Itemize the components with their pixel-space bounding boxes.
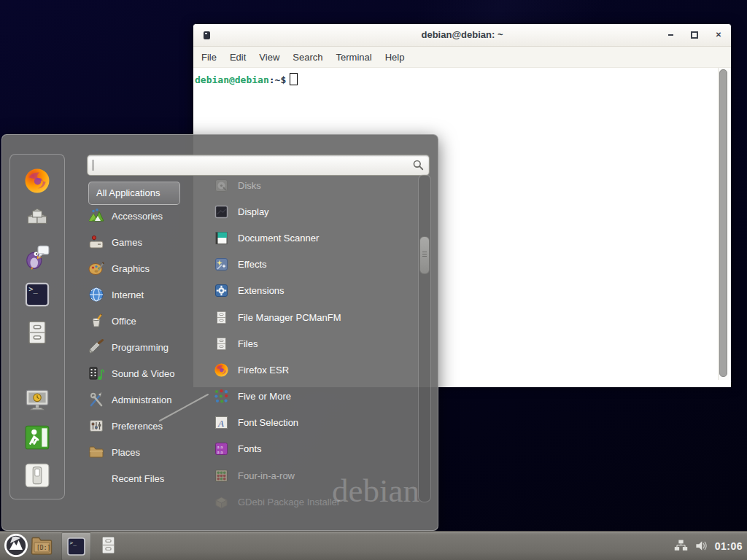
terminal-cursor xyxy=(290,73,298,85)
apps-scrollbar[interactable] xyxy=(418,174,431,502)
administration-icon xyxy=(88,392,104,408)
gdebi-icon xyxy=(214,494,229,510)
menu-item-terminal[interactable]: Terminal xyxy=(336,52,372,63)
category-internet[interactable]: Internet xyxy=(88,281,211,308)
taskbar: [D:] 01:06 xyxy=(0,531,747,560)
software-manager-icon[interactable] xyxy=(23,205,51,233)
app-row-font-selection[interactable]: A Font Selection xyxy=(214,410,418,436)
preferences-icon xyxy=(88,418,104,434)
shutdown-icon[interactable] xyxy=(23,462,51,489)
pidgin-icon[interactable] xyxy=(23,243,51,271)
minimize-icon[interactable] xyxy=(667,31,674,39)
app-row-files[interactable]: Files xyxy=(214,330,418,357)
menu-item-search[interactable]: Search xyxy=(293,52,322,63)
five-or-more-icon xyxy=(214,389,229,404)
app-row-four-in-a-row[interactable]: Four-in-a-row xyxy=(214,462,418,489)
application-list: Disks Display Document Scanner Effects E… xyxy=(214,172,418,515)
app-row-effects[interactable]: Effects xyxy=(214,252,418,278)
svg-text:A: A xyxy=(217,418,224,429)
clock[interactable]: 01:06 xyxy=(715,540,743,552)
font-selection-icon: A xyxy=(214,415,229,430)
office-icon xyxy=(88,313,104,329)
firefox-icon[interactable] xyxy=(23,167,51,195)
terminal-menubar: File Edit View Search Terminal Help xyxy=(193,47,731,68)
file-cabinet-icon xyxy=(98,534,119,556)
display-icon xyxy=(214,204,229,219)
window-controls: ✕ xyxy=(667,24,722,46)
category-administration[interactable]: Administration xyxy=(88,386,211,413)
category-office[interactable]: Office xyxy=(88,308,211,334)
menu-item-view[interactable]: View xyxy=(259,52,279,63)
menu-button[interactable] xyxy=(4,533,28,558)
category-graphics[interactable]: Graphics xyxy=(88,255,211,281)
svg-text:a a: a a xyxy=(217,449,224,455)
prompt-user: debian@debian xyxy=(195,74,269,85)
close-icon[interactable]: ✕ xyxy=(715,31,722,39)
terminal-task-icon xyxy=(66,536,87,557)
desktop: debian@debian: ~ ✕ File Edit View Search… xyxy=(0,0,747,560)
logout-icon[interactable] xyxy=(23,424,51,451)
extensions-icon xyxy=(214,283,229,298)
category-recent-files[interactable]: Recent Files xyxy=(88,465,211,491)
graphics-icon xyxy=(88,260,104,276)
menu-item-help[interactable]: Help xyxy=(385,52,405,63)
search-input[interactable] xyxy=(92,157,406,172)
terminal-titlebar[interactable]: debian@debian: ~ ✕ xyxy=(193,24,731,47)
folder-icon: [D:] xyxy=(31,534,53,557)
file-manager-launcher[interactable] xyxy=(98,534,119,557)
all-applications-button[interactable]: All Applications xyxy=(88,182,180,205)
file-manager-icon[interactable] xyxy=(23,319,51,346)
file-manager-pcmanfm-icon xyxy=(214,310,229,325)
files-icon xyxy=(214,336,229,351)
application-menu: debian xyxy=(1,134,438,531)
app-row-five-or-more[interactable]: Five or More xyxy=(214,384,418,410)
category-accessories[interactable]: Accessories xyxy=(88,203,211,229)
app-row-gdebi-package-installer[interactable]: GDebi Package Installer xyxy=(214,489,418,515)
network-icon[interactable] xyxy=(674,539,688,553)
category-programming[interactable]: Programming xyxy=(88,334,211,360)
app-row-firefox-esr[interactable]: Firefox ESR xyxy=(214,357,418,383)
volume-icon[interactable] xyxy=(694,539,708,553)
terminal-task-button[interactable] xyxy=(61,532,91,560)
category-places[interactable]: Places xyxy=(88,439,211,465)
maximize-icon[interactable] xyxy=(691,31,698,39)
sound-video-icon xyxy=(88,365,104,381)
effects-icon xyxy=(214,257,229,272)
accessories-icon xyxy=(88,208,104,224)
menu-favorites-sidebar xyxy=(9,154,65,499)
all-applications-label: All Applications xyxy=(89,182,179,204)
disks-icon xyxy=(214,178,229,193)
search-icon xyxy=(412,159,425,171)
category-games[interactable]: Games xyxy=(88,229,211,255)
internet-icon xyxy=(88,287,104,303)
programming-icon xyxy=(88,339,104,355)
category-preferences[interactable]: Preferences xyxy=(88,413,211,439)
prompt-path: :~$ xyxy=(269,74,286,85)
app-row-file-manager-pcmanfm[interactable]: File Manager PCManFM xyxy=(214,304,418,330)
category-sound-video[interactable]: Sound & Video xyxy=(88,360,211,386)
folder-launcher[interactable]: [D:] xyxy=(31,534,53,557)
category-list: Accessories Games Graphics Internet Offi… xyxy=(88,203,211,491)
terminal-launcher-icon[interactable] xyxy=(23,281,51,308)
games-icon xyxy=(88,234,104,250)
document-scanner-icon xyxy=(214,230,229,246)
app-row-fonts[interactable]: a aa a Fonts xyxy=(214,436,418,462)
lock-screen-icon[interactable] xyxy=(23,386,51,413)
four-in-a-row-icon xyxy=(214,468,229,483)
app-row-extensions[interactable]: Extensions xyxy=(214,278,418,304)
places-icon xyxy=(88,444,104,460)
menu-item-file[interactable]: File xyxy=(201,52,217,63)
menu-item-edit[interactable]: Edit xyxy=(230,52,246,63)
app-row-disks[interactable]: Disks xyxy=(214,172,418,198)
terminal-scrollbar[interactable] xyxy=(718,68,729,380)
app-row-display[interactable]: Display xyxy=(214,198,418,225)
terminal-scrollbar-thumb[interactable] xyxy=(719,69,727,377)
firefox-esr-icon xyxy=(214,362,229,378)
system-tray: 01:06 xyxy=(674,532,743,560)
terminal-title: debian@debian: ~ xyxy=(193,24,731,46)
menu-logo-icon xyxy=(4,533,28,558)
fonts-icon: a aa a xyxy=(214,441,229,456)
app-row-document-scanner[interactable]: Document Scanner xyxy=(214,225,418,251)
svg-text:[D:]: [D:] xyxy=(36,545,50,551)
apps-scrollbar-thumb[interactable] xyxy=(419,236,430,274)
